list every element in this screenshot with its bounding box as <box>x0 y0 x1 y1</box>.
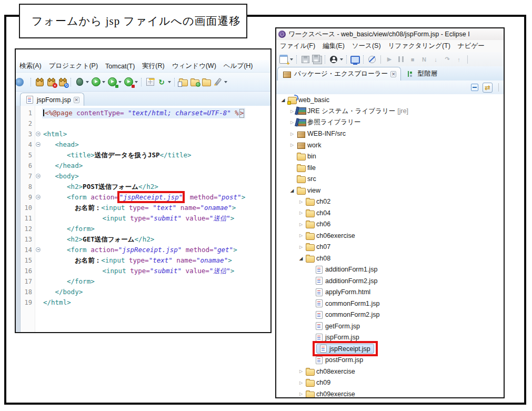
editor-menu-item-3[interactable]: 実行(R) <box>138 61 168 72</box>
tree-item[interactable]: jspReceipt.jsp <box>276 343 504 355</box>
step-into-icon[interactable]: ↓ <box>431 55 440 64</box>
new-web-component-icon[interactable] <box>145 77 155 86</box>
collapsed-arrow-icon[interactable]: ▷ <box>297 369 305 374</box>
app-gear-icon[interactable] <box>18 77 27 86</box>
profile-icon[interactable] <box>124 77 138 86</box>
collapse-toggle-icon[interactable] <box>36 132 41 136</box>
step-return-icon[interactable]: ↑ <box>454 55 464 64</box>
collapsed-arrow-icon[interactable]: ▷ <box>288 143 296 147</box>
tab-close-icon[interactable]: ✕ <box>74 97 80 103</box>
code-text[interactable]: <input type="submit" value="送信"> <box>42 213 270 224</box>
explorer-menu-item-1[interactable]: 編集(E) <box>319 41 348 52</box>
format-icon[interactable] <box>213 77 227 86</box>
tree-item[interactable]: commonForm2.jsp <box>276 309 504 321</box>
new-wizard-icon[interactable] <box>279 55 293 64</box>
tab-package-explorer[interactable]: パッケージ・エクスプローラー✕ <box>277 67 401 81</box>
collapse-toggle-icon[interactable] <box>36 195 41 199</box>
explorer-menu-item-3[interactable]: リファクタリング(T) <box>385 41 454 52</box>
window-titlebar[interactable]: ワークスペース - web_basic/view/ch08/jspForm.js… <box>276 28 504 41</box>
tomcat-start-icon[interactable] <box>35 77 44 86</box>
code-text[interactable]: お名前：<input type= "text" name="onamae"> <box>42 203 270 213</box>
collapse-toggle-icon[interactable] <box>36 247 41 252</box>
collapsed-arrow-icon[interactable]: ▷ <box>297 222 305 227</box>
code-text[interactable]: <%@page contentType= "text/html; charset… <box>42 108 270 118</box>
expanded-arrow-icon[interactable]: ◢ <box>297 256 305 261</box>
collapse-toggle-icon[interactable] <box>36 142 41 147</box>
explorer-menu-item-0[interactable]: ファイル(F) <box>276 41 319 52</box>
tree-item[interactable]: additionForm1.jsp <box>276 264 504 276</box>
update-context-icon[interactable]: ↻ <box>157 77 171 86</box>
code-area[interactable]: 1<%@page contentType= "text/html; charse… <box>21 108 270 332</box>
collapsed-arrow-icon[interactable]: ▷ <box>297 199 305 204</box>
editor-menu-item-1[interactable]: プロジェクト(P) <box>45 61 102 72</box>
collapsed-arrow-icon[interactable]: ▷ <box>297 233 305 238</box>
code-text[interactable]: </html> <box>42 297 270 308</box>
tree-item[interactable]: ◢ch08 <box>276 253 504 264</box>
tab-close-icon[interactable]: ✕ <box>390 71 397 77</box>
save-icon[interactable] <box>300 55 310 64</box>
package-explorer-tree[interactable]: ◢web_basic▷JRE システム・ライブラリー[jre]▷参照ライブラリー… <box>276 94 504 397</box>
stop-icon[interactable]: ■ <box>408 55 417 64</box>
code-text[interactable]: </body> <box>42 287 270 297</box>
code-text[interactable]: </head> <box>42 161 270 171</box>
import-icon[interactable] <box>178 77 188 86</box>
explorer-menu-item-2[interactable]: ソース(S) <box>348 41 385 52</box>
tree-item[interactable]: ▷参照ライブラリー <box>276 117 504 128</box>
expanded-arrow-icon[interactable]: ◢ <box>279 97 287 103</box>
coverage-icon[interactable] <box>107 77 122 86</box>
run-icon[interactable] <box>91 77 105 86</box>
tree-item[interactable]: ▷ch04 <box>276 207 504 219</box>
tree-item[interactable]: src <box>276 174 504 185</box>
skip-breakpoints-icon[interactable] <box>367 55 377 64</box>
tree-item[interactable]: ▷work <box>276 139 504 151</box>
collapsed-arrow-icon[interactable]: ▷ <box>297 380 305 385</box>
tomcat-restart-icon[interactable]: ↻ <box>58 77 67 86</box>
tree-item[interactable]: applyForm.html <box>276 287 504 298</box>
resume-icon[interactable]: ▶ <box>385 55 394 64</box>
tree-item[interactable]: postForm.jsp <box>276 355 504 366</box>
tree-item[interactable]: bin <box>276 151 504 163</box>
tab-type-hierarchy[interactable]: 型階層 <box>401 67 441 81</box>
collapsed-arrow-icon[interactable]: ▷ <box>297 245 305 249</box>
tomcat-stop-icon[interactable]: ✕ <box>46 77 56 86</box>
tree-item[interactable]: ▷ch07 <box>276 242 504 253</box>
tree-item[interactable]: ▷ch06 <box>276 219 504 230</box>
tree-item[interactable]: ▷ch09 <box>276 377 504 389</box>
code-text[interactable]: <h2>GET送信フォーム</h2> <box>42 234 270 245</box>
code-text[interactable]: <form action="jspReceipt.jsp" method="ge… <box>42 245 270 255</box>
disconnect-icon[interactable]: N <box>419 55 429 64</box>
collapsed-arrow-icon[interactable]: ▷ <box>288 132 296 136</box>
collapsed-arrow-icon[interactable]: ▷ <box>297 210 305 215</box>
code-text[interactable]: <title>送信データを扱うJSP</title> <box>42 150 270 161</box>
save-all-icon[interactable] <box>312 55 322 64</box>
tree-item[interactable]: additionForm2.jsp <box>276 275 504 287</box>
user-account-icon[interactable] <box>329 55 343 64</box>
tree-item[interactable]: ◢web_basic <box>276 94 504 106</box>
tree-item[interactable]: ▷ch08exercise <box>276 366 504 377</box>
editor-menu-item-5[interactable]: ヘルプ(H) <box>220 61 257 72</box>
collapsed-arrow-icon[interactable]: ▷ <box>297 392 305 396</box>
tree-item[interactable]: ◢view <box>276 185 504 196</box>
tree-item[interactable]: file <box>276 162 504 174</box>
collapse-all-icon[interactable] <box>471 84 478 91</box>
code-text[interactable]: <html> <box>42 129 270 139</box>
open-folder-icon[interactable] <box>202 77 211 86</box>
code-text[interactable]: <body> <box>42 171 270 182</box>
code-text[interactable]: </form> <box>42 276 270 287</box>
pause-icon[interactable] <box>396 55 406 64</box>
console-icon[interactable] <box>350 55 360 64</box>
tree-item[interactable]: ▷ch09exercise <box>276 388 504 397</box>
explorer-menu-item-4[interactable]: ナビゲー <box>454 41 488 52</box>
tree-item[interactable]: ▷ch02 <box>276 196 504 208</box>
tree-item[interactable]: jspForm.jsp <box>276 332 504 344</box>
collapse-toggle-icon[interactable] <box>36 174 41 178</box>
tree-item[interactable]: ▷WEB-INF/src <box>276 128 504 140</box>
tree-item[interactable]: commonForm1.jsp <box>276 298 504 309</box>
tree-item[interactable]: ▷ch06exercise <box>276 230 504 242</box>
tree-item[interactable]: getForm.jsp <box>276 320 504 332</box>
code-text[interactable]: </form> <box>42 224 270 234</box>
code-text[interactable]: <form action="jspReceipt.jsp" method="po… <box>42 192 270 203</box>
code-text[interactable]: <input type="submit" value="送信"> <box>42 266 270 276</box>
code-text[interactable]: お名前：<input type="text" name="onamae"> <box>42 255 270 266</box>
link-with-editor-icon[interactable]: ⇄ <box>483 83 493 93</box>
